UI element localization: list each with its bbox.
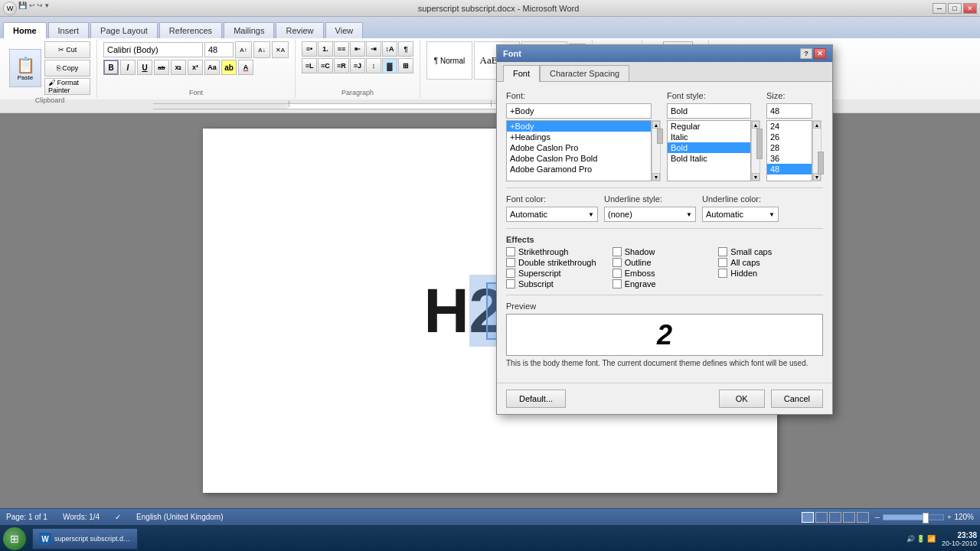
style-list[interactable]: Regular Italic Bold Bold Italic <box>667 120 751 181</box>
small-caps-checkbox-row[interactable]: Small caps <box>718 247 823 256</box>
outline-checkbox[interactable] <box>612 258 622 267</box>
cancel-button[interactable]: Cancel <box>771 390 823 408</box>
underline-style-dropdown[interactable]: (none) ▼ <box>604 207 696 222</box>
align-right-button[interactable]: ≡R <box>334 58 349 73</box>
web-layout-button[interactable] <box>829 512 841 523</box>
all-caps-checkbox-row[interactable]: All caps <box>718 258 823 267</box>
tab-view[interactable]: View <box>325 22 364 38</box>
outline-button[interactable] <box>843 512 855 523</box>
increase-indent-button[interactable]: ⇥ <box>366 41 381 57</box>
style-italic[interactable]: Italic <box>668 132 750 142</box>
font-size-input[interactable]: 48 <box>204 42 234 57</box>
justify-button[interactable]: ≡J <box>350 58 365 73</box>
align-center-button[interactable]: ≡C <box>318 58 333 73</box>
italic-button[interactable]: I <box>120 60 136 75</box>
hidden-checkbox-row[interactable]: Hidden <box>718 269 823 278</box>
font-item-body[interactable]: +Body <box>507 121 651 132</box>
close-button[interactable]: ✕ <box>963 3 977 14</box>
size-28[interactable]: 28 <box>767 142 812 153</box>
dialog-close-button[interactable]: ✕ <box>814 48 826 59</box>
size-scroll-thumb[interactable] <box>818 152 824 174</box>
format-painter-button[interactable]: 🖌 Format Painter <box>44 78 90 95</box>
bold-button[interactable]: B <box>103 60 119 75</box>
font-color-dropdown[interactable]: Automatic ▼ <box>506 207 598 222</box>
default-button[interactable]: Default... <box>506 390 566 408</box>
size-list-scrollbar[interactable]: ▲ ▼ <box>812 120 822 181</box>
word-taskbar-button[interactable]: W superscript subscript.docx - Microsoft… <box>32 528 138 549</box>
strikethrough-checkbox-row[interactable]: Strikethrough <box>506 247 611 256</box>
engrave-checkbox-row[interactable]: Engrave <box>612 279 717 289</box>
line-spacing-button[interactable]: ↕ <box>366 58 381 73</box>
minimize-button[interactable]: ─ <box>933 3 946 14</box>
sort-button[interactable]: ↕A <box>382 41 397 57</box>
font-list-scroll-down[interactable]: ▼ <box>652 173 660 181</box>
draft-button[interactable] <box>857 512 869 523</box>
superscript-checkbox[interactable] <box>506 269 515 278</box>
tab-home[interactable]: Home <box>3 22 47 38</box>
dialog-tab-font[interactable]: Font <box>503 65 540 82</box>
maximize-button[interactable]: □ <box>948 3 962 14</box>
underline-color-dropdown[interactable]: Automatic ▼ <box>702 207 779 222</box>
subscript-checkbox-row[interactable]: Subscript <box>506 279 611 289</box>
tab-mailings[interactable]: Mailings <box>224 22 274 38</box>
font-list-scroll-up[interactable]: ▲ <box>652 121 660 129</box>
highlight-color-button[interactable]: ab <box>221 60 237 75</box>
zoom-out-button[interactable]: ─ <box>875 514 880 521</box>
decrease-indent-button[interactable]: ⇤ <box>350 41 365 57</box>
style-regular[interactable]: Regular <box>668 121 750 132</box>
size-list[interactable]: 24 26 28 36 48 <box>766 120 812 181</box>
style-bold-italic[interactable]: Bold Italic <box>668 153 750 164</box>
emboss-checkbox-row[interactable]: Emboss <box>612 269 717 278</box>
zoom-in-button[interactable]: + <box>947 514 951 521</box>
print-layout-button[interactable] <box>802 512 814 523</box>
align-left-button[interactable]: ≡L <box>302 58 317 73</box>
full-screen-button[interactable] <box>815 512 828 523</box>
font-color-button[interactable]: A <box>238 60 253 75</box>
start-button[interactable]: ⊞ <box>3 527 26 550</box>
font-size-increase-button[interactable]: A↑ <box>235 41 252 58</box>
size-24[interactable]: 24 <box>767 121 812 132</box>
tab-review[interactable]: Review <box>276 22 323 38</box>
dialog-help-button[interactable]: ? <box>800 48 812 59</box>
strikethrough-checkbox[interactable] <box>506 247 515 256</box>
zoom-thumb[interactable] <box>923 513 929 523</box>
font-size-field[interactable] <box>766 103 812 119</box>
hidden-checkbox[interactable] <box>718 269 727 278</box>
style-scroll-up[interactable]: ▲ <box>752 121 760 129</box>
double-strikethrough-checkbox[interactable] <box>506 258 515 267</box>
font-list-scroll-thumb[interactable] <box>657 129 663 144</box>
style-list-scrollbar[interactable]: ▲ ▼ <box>751 120 760 181</box>
font-style-field[interactable] <box>667 103 751 119</box>
superscript-checkbox-row[interactable]: Superscript <box>506 269 611 278</box>
font-list[interactable]: +Body +Headings Adobe Caslon Pro Adobe C… <box>506 120 652 181</box>
font-item-adobe-garamond[interactable]: Adobe Garamond Pro <box>507 164 651 174</box>
multilevel-list-button[interactable]: ≡≡ <box>334 41 349 57</box>
shadow-checkbox[interactable] <box>612 247 622 256</box>
clear-formatting-button[interactable]: ✕A <box>272 41 289 58</box>
font-item-adobe-caslon-bold[interactable]: Adobe Caslon Pro Bold <box>507 153 651 164</box>
paste-button[interactable]: 📋 Paste <box>9 49 41 87</box>
all-caps-checkbox[interactable] <box>718 258 727 267</box>
show-formatting-button[interactable]: ¶ <box>398 41 413 57</box>
underline-button[interactable]: U <box>137 60 152 75</box>
ok-button[interactable]: OK <box>719 390 765 408</box>
size-48[interactable]: 48 <box>767 164 812 174</box>
size-36[interactable]: 36 <box>767 153 812 164</box>
style-bold[interactable]: Bold <box>668 142 750 153</box>
superscript-button[interactable]: x² <box>188 60 203 75</box>
copy-button[interactable]: ⎘ Copy <box>44 60 90 77</box>
engrave-checkbox[interactable] <box>612 279 622 289</box>
borders-button[interactable]: ⊞ <box>398 58 413 73</box>
tab-page-layout[interactable]: Page Layout <box>90 22 158 38</box>
font-name-input[interactable]: Calibri (Body) <box>103 42 203 57</box>
font-item-adobe-caslon[interactable]: Adobe Caslon Pro <box>507 142 651 153</box>
bullets-button[interactable]: ≡• <box>302 41 317 57</box>
font-name-field[interactable] <box>506 103 652 119</box>
change-case-button[interactable]: Aa <box>204 60 220 75</box>
numbering-button[interactable]: 1. <box>318 41 333 57</box>
font-item-headings[interactable]: +Headings <box>507 132 651 142</box>
emboss-checkbox[interactable] <box>612 269 622 278</box>
tab-references[interactable]: References <box>159 22 222 38</box>
style-scroll-down[interactable]: ▼ <box>752 173 760 181</box>
size-scroll-up[interactable]: ▲ <box>813 121 821 129</box>
